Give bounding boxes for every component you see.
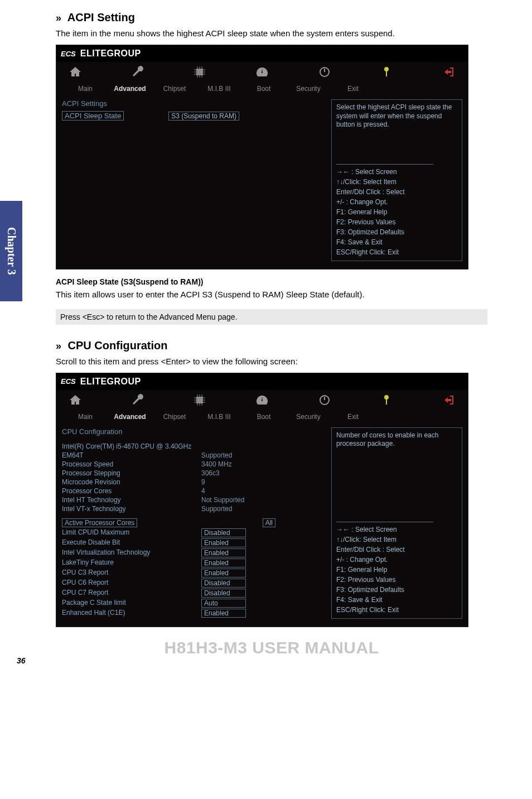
exit-icon xyxy=(442,65,456,80)
nav-line: ↑↓/Click: Select Item xyxy=(336,535,457,545)
row-value: 9 xyxy=(201,478,205,486)
nav-line: →← : Select Screen xyxy=(336,524,457,535)
nav-line: F4: Save & Exit xyxy=(336,595,457,605)
acpi-intro: The item in the menu shows the highest A… xyxy=(56,27,487,39)
svg-rect-7 xyxy=(386,399,387,405)
tab-advanced: Advanced xyxy=(108,412,152,422)
setting-row: CPU C7 ReportDisabled xyxy=(62,589,326,598)
help-divider xyxy=(336,522,433,522)
exit-icon xyxy=(442,393,456,408)
row-value: Supported xyxy=(201,505,232,513)
nav-line: F1: General Help xyxy=(336,207,457,217)
nav-line: F3: Optimized Defaults xyxy=(336,585,457,595)
wrench-icon xyxy=(131,393,144,408)
info-row: Processor Cores4 xyxy=(62,487,326,495)
row-value: Enabled xyxy=(201,609,246,618)
tab-security: Security xyxy=(286,84,331,94)
info-row: EM64TSupported xyxy=(62,451,326,459)
tab-mib: M.I.B III xyxy=(197,84,241,94)
tab-mib: M.I.B III xyxy=(197,412,241,422)
info-row: Intel VT-x TechnologySupported xyxy=(62,505,326,513)
tab-boot: Boot xyxy=(241,84,286,94)
cpu-name: Intel(R) Core(TM) i5-4670 CPU @ 3.40GHz xyxy=(62,442,201,450)
nav-line: ↑↓/Click: Select Item xyxy=(336,177,457,187)
row-value: 306c3 xyxy=(201,469,220,477)
home-icon xyxy=(69,393,82,408)
row-label: Enhanced Halt (C1E) xyxy=(62,609,201,618)
chip-icon xyxy=(193,65,206,80)
row-value: Enabled xyxy=(201,569,246,577)
setting-row: ACPI Sleep State S3 (Suspend to RAM) xyxy=(62,111,326,121)
acpi-item-title: ACPI Sleep State (S3(Suspend to RAM)) xyxy=(56,277,487,286)
nav-line: +/- : Change Opt. xyxy=(336,197,457,207)
nav-line: ESC/Right Click: Exit xyxy=(336,247,457,257)
bios-screenshot-cpu: ECS ELITEGROUP Main Advanced Chipset M.I… xyxy=(56,373,468,627)
info-row: Microcode Revision9 xyxy=(62,478,326,486)
help-nav: →← : Select Screen ↑↓/Click: Select Item… xyxy=(336,524,457,615)
brand-logo: ECS xyxy=(61,377,76,386)
tab-security: Security xyxy=(286,412,331,422)
row-label: Intel HT Technology xyxy=(62,496,201,504)
tab-main: Main xyxy=(63,84,108,94)
bios-tabs-row: Main Advanced Chipset M.I.B III Boot Sec… xyxy=(56,412,468,424)
row-label: Active Processor Cores xyxy=(62,518,137,527)
nav-line: →← : Select Screen xyxy=(336,167,457,177)
tab-chipset: Chipset xyxy=(152,412,197,422)
nav-line: Enter/Dbl Click : Select xyxy=(336,187,457,197)
row-label: CPU C3 Report xyxy=(62,569,201,577)
row-value: 4 xyxy=(201,487,205,495)
nav-line: +/- : Change Opt. xyxy=(336,555,457,565)
row-label: Processor Stepping xyxy=(62,469,201,477)
row-label: LakeTiny Feature xyxy=(62,559,201,567)
row-value: Auto xyxy=(201,599,246,608)
row-value: 3400 MHz xyxy=(201,460,232,468)
row-label: Intel Virtualization Technology xyxy=(62,548,201,557)
row-label: Intel VT-x Technology xyxy=(62,505,201,513)
svg-point-2 xyxy=(384,67,389,71)
svg-point-6 xyxy=(384,395,389,399)
chevron-icon: » xyxy=(56,340,61,352)
row-value: Enabled xyxy=(201,548,246,557)
brand-text: ELITEGROUP xyxy=(80,49,141,59)
help-description: Number of cores to enable in each proces… xyxy=(336,431,457,449)
nav-line: F3: Optimized Defaults xyxy=(336,227,457,237)
setting-row: Limit CPUID MaximumDisabled xyxy=(62,528,326,537)
row-label: CPU C6 Report xyxy=(62,579,201,588)
svg-rect-0 xyxy=(196,69,203,75)
help-nav: →← : Select Screen ↑↓/Click: Select Item… xyxy=(336,167,457,257)
setting-row: CPU C3 ReportEnabled xyxy=(62,569,326,577)
svg-rect-3 xyxy=(386,71,387,76)
brand-text: ELITEGROUP xyxy=(80,377,141,387)
bios-tabs-row: Main Advanced Chipset M.I.B III Boot Sec… xyxy=(56,84,468,96)
tab-advanced: Advanced xyxy=(108,84,152,94)
wrench-icon xyxy=(131,65,144,80)
info-row: Processor Speed3400 MHz xyxy=(62,460,326,468)
tab-exit: Exit xyxy=(331,84,375,94)
row-value: Not Supported xyxy=(201,496,244,504)
info-row: Processor Stepping306c3 xyxy=(62,469,326,477)
heading-text: CPU Configuration xyxy=(68,339,168,352)
section-heading-acpi: » ACPI Setting xyxy=(56,11,487,24)
bios-screenshot-acpi: ECS ELITEGROUP Main Advanced Chipset M.I… xyxy=(56,45,468,269)
row-value: Supported xyxy=(201,451,232,459)
setting-row: Execute Disable BitEnabled xyxy=(62,538,326,547)
row-label: Limit CPUID Maximum xyxy=(62,528,201,537)
esc-note: Press <Esc> to return to the Advanced Me… xyxy=(56,309,487,325)
setting-row: CPU C6 ReportDisabled xyxy=(62,579,326,588)
nav-line: F1: General Help xyxy=(336,565,457,575)
section-heading-cpu: » CPU Configuration xyxy=(56,339,487,352)
setting-row: Active Processor CoresAll xyxy=(62,518,326,527)
home-icon xyxy=(69,65,82,80)
row-label: Processor Cores xyxy=(62,487,201,495)
row-value: Disabled xyxy=(201,528,246,537)
setting-row: Package C State limitAuto xyxy=(62,599,326,608)
brand-logo: ECS xyxy=(61,50,76,58)
nav-line: F2: Previous Values xyxy=(336,575,457,585)
tab-exit: Exit xyxy=(331,412,375,422)
row-value: Disabled xyxy=(201,579,246,588)
power-icon xyxy=(318,65,331,80)
row-label: Microcode Revision xyxy=(62,478,201,486)
tab-main: Main xyxy=(63,412,108,422)
heading-text: ACPI Setting xyxy=(67,11,135,23)
bios-section-title: ACPI Settings xyxy=(62,99,326,108)
